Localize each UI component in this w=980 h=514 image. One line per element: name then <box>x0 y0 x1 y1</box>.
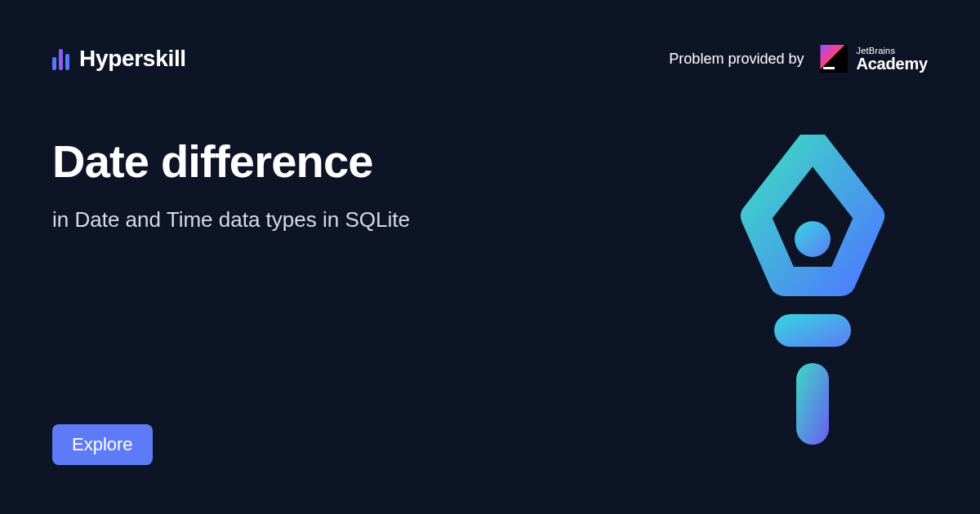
pen-nib-decoration-icon <box>727 135 898 461</box>
jetbrains-academy-logo: JetBrains Academy <box>820 45 928 73</box>
hyperskill-logo-icon <box>52 47 69 70</box>
provider-section: Problem provided by JetBrains Academy <box>669 45 928 73</box>
main-content: Date difference in Date and Time data ty… <box>52 135 410 233</box>
page-subtitle: in Date and Time data types in SQLite <box>52 207 410 233</box>
hyperskill-brand-text: Hyperskill <box>79 46 186 72</box>
header: Hyperskill Problem provided by JetBrains… <box>52 45 928 73</box>
svg-point-0 <box>795 221 831 257</box>
jetbrains-academy-text: JetBrains Academy <box>856 47 928 72</box>
svg-rect-2 <box>796 363 829 445</box>
provider-name-bottom: Academy <box>856 55 928 72</box>
hyperskill-brand: Hyperskill <box>52 46 186 72</box>
provided-by-label: Problem provided by <box>669 51 804 68</box>
provider-name-top: JetBrains <box>856 47 928 55</box>
jetbrains-logo-icon <box>820 45 848 73</box>
explore-button[interactable]: Explore <box>52 424 153 465</box>
svg-rect-1 <box>774 314 851 347</box>
page-title: Date difference <box>52 135 410 188</box>
